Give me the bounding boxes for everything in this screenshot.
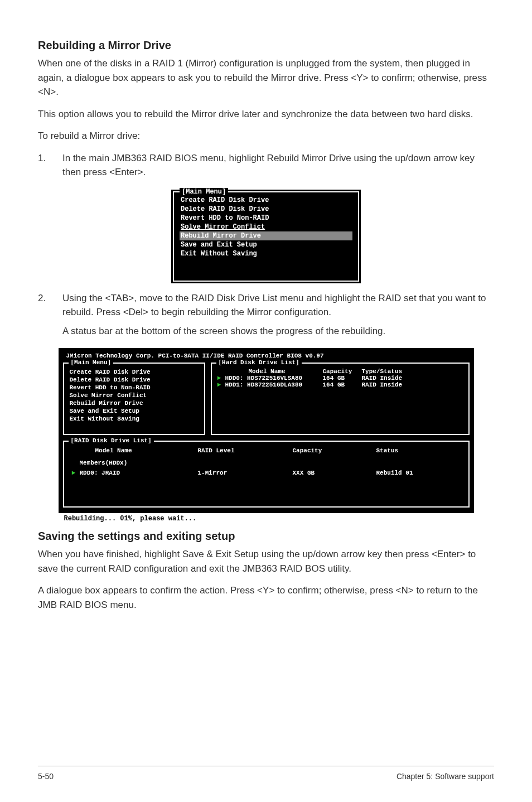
bios-main-menu-panel: [Main Menu] Create RAID Disk DriveDelete… — [63, 363, 205, 435]
bios-menu-item: Revert HDD to Non-RAID — [70, 384, 199, 392]
chapter-label: Chapter 5: Software support — [396, 772, 494, 781]
bios-main-menu-small: [Main Menu] Create RAID Disk DriveDelete… — [171, 190, 361, 283]
page-number: 5-50 — [38, 772, 54, 781]
paragraph: A dialogue box appears to confirm the ac… — [38, 583, 494, 612]
bios-raid-list-panel: [RAID Disk Drive List] Model Name RAID L… — [63, 441, 470, 508]
col-header: Model Name — [70, 447, 198, 454]
step-number: 1. — [38, 151, 62, 184]
bios-menu-item: Rebuild Mirror Drive — [180, 231, 352, 240]
bios-menu-item: Create RAID Disk Drive — [70, 368, 199, 376]
step-text: Using the <TAB>, move to the RAID Disk D… — [62, 291, 494, 320]
bios-menu-item: Solve Mirror Conflict — [70, 392, 199, 399]
col-header: Model Name — [225, 368, 323, 375]
hdd-label: HDD1: HDS722516DLA380 — [225, 381, 323, 388]
heading-rebuilding: Rebuilding a Mirror Drive — [38, 39, 494, 52]
panel-title: [Main Menu] — [69, 359, 114, 366]
page-footer: 5-50 Chapter 5: Software support — [38, 766, 494, 781]
col-header: Type/Status — [362, 368, 463, 375]
triangle-icon: ► — [217, 375, 225, 381]
hdd-type: RAID Inside — [362, 375, 463, 381]
bios-status-bar: Rebuilding... 01%, please wait... — [59, 513, 474, 524]
bios-menu-item: Revert HDD to Non-RAID — [180, 214, 352, 223]
bios-menu-item: Exit Without Saving — [70, 415, 199, 423]
bios-menu-item: Rebuild Mirror Drive — [70, 399, 199, 407]
members-label: Members(HDDx) — [70, 460, 463, 466]
bios-menu-item: Save and Exit Setup — [180, 240, 352, 249]
hdd-type: RAID Inside — [362, 381, 463, 388]
col-header: Status — [376, 447, 463, 454]
triangle-icon: ► — [217, 381, 225, 388]
triangle-icon: ► — [70, 470, 80, 476]
col-header: Capacity — [293, 447, 376, 454]
paragraph: When one of the disks in a RAID 1 (Mirro… — [38, 56, 494, 99]
raid-capacity: XXX GB — [293, 470, 376, 476]
bios-menu-item: Delete RAID Disk Drive — [70, 376, 199, 384]
bios-menu-item: Create RAID Disk Drive — [180, 196, 352, 205]
bios-menu-title: [Main Menu] — [180, 188, 228, 196]
panel-title: [RAID Disk Drive List] — [69, 437, 154, 444]
raid-level: 1-Mirror — [198, 470, 293, 476]
hdd-capacity: 164 GB — [323, 381, 362, 388]
bios-menu-item: Solve Mirror Conflict — [180, 223, 352, 231]
hdd-label: HDD0: HDS722516VLSA80 — [225, 375, 323, 381]
hdd-row: ►HDD0: HDS722516VLSA80164 GBRAID Inside — [217, 375, 463, 381]
hdd-row: ►HDD1: HDS722516DLA380164 GBRAID Inside — [217, 381, 463, 388]
bios-raid-controller-screen: JMicron Technology Corp. PCI-to-SATA II/… — [59, 348, 474, 524]
heading-saving: Saving the settings and exiting setup — [38, 530, 494, 543]
col-header: Capacity — [323, 368, 362, 375]
raid-status: Rebuild 01 — [376, 470, 463, 476]
panel-title: [Hard Disk Drive List] — [216, 359, 302, 366]
step-text: In the main JMB363 RAID BIOS menu, highl… — [62, 151, 494, 180]
step-text: A status bar at the bottom of the screen… — [62, 324, 494, 339]
bios-menu-item: Delete RAID Disk Drive — [180, 205, 352, 214]
raid-name: RDD0: JRAID — [80, 470, 198, 476]
hdd-capacity: 164 GB — [323, 375, 362, 381]
bios-menu-item: Save and Exit Setup — [70, 407, 199, 415]
col-header: RAID Level — [198, 447, 293, 454]
bios-menu-item: Exit Without Saving — [180, 249, 352, 258]
paragraph: This option allows you to rebuild the Mi… — [38, 107, 494, 122]
bios-hdd-list-panel: [Hard Disk Drive List] Model Name Capaci… — [211, 363, 470, 435]
step-number: 2. — [38, 291, 62, 343]
paragraph: To rebuild a Mirror drive: — [38, 129, 494, 143]
paragraph: When you have finished, highlight Save &… — [38, 547, 494, 576]
